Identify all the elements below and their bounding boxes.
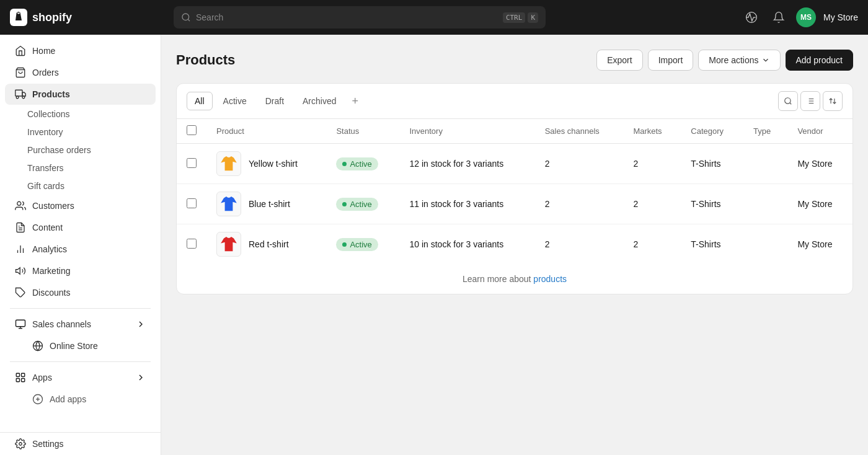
select-all-header <box>177 119 206 144</box>
status-badge: Active <box>336 238 378 251</box>
sidebar-item-collections[interactable]: Collections <box>27 105 156 123</box>
sidebar-label-marketing: Marketing <box>32 266 70 276</box>
discounts-icon <box>15 287 26 298</box>
bell-icon <box>773 11 785 24</box>
badge-dot <box>342 162 347 166</box>
col-product: Product <box>206 119 326 144</box>
plus-circle-icon <box>32 394 43 405</box>
nav-icons: MS My Store <box>742 7 858 27</box>
footer-text: Learn more about <box>463 274 533 284</box>
sort-button[interactable] <box>823 91 843 111</box>
sales-channels-icon <box>15 319 26 330</box>
svg-rect-22 <box>22 379 25 382</box>
sidebar-item-settings[interactable]: Settings <box>5 433 156 454</box>
search-input[interactable] <box>196 12 498 22</box>
sidebar-label-sales-channels: Sales channels <box>32 319 136 329</box>
sidebar-item-analytics[interactable]: Analytics <box>5 239 156 260</box>
notification-icon-button[interactable] <box>769 7 789 27</box>
sidebar-label-analytics: Analytics <box>32 244 67 254</box>
tab-add-button[interactable]: + <box>347 92 364 110</box>
product-thumbnail <box>216 151 241 176</box>
sidebar-item-gift-cards[interactable]: Gift cards <box>27 177 156 195</box>
sidebar-item-online-store[interactable]: Online Store <box>5 335 156 356</box>
col-markets: Markets <box>623 119 681 144</box>
sidebar-item-orders[interactable]: Orders <box>5 62 156 83</box>
tab-all[interactable]: All <box>187 92 213 110</box>
search-filter-button[interactable] <box>778 91 798 111</box>
filter-button[interactable] <box>800 91 820 111</box>
add-product-button[interactable]: Add product <box>786 50 854 71</box>
table-footer: Learn more about products <box>177 264 852 294</box>
page-title: Products <box>176 52 596 68</box>
sidebar-item-sales-channels[interactable]: Sales channels <box>5 314 156 335</box>
page-header: Products Export Import More actions Add … <box>176 50 853 71</box>
k-key: K <box>528 12 538 23</box>
tab-archived[interactable]: Archived <box>294 92 344 110</box>
row-markets-cell: 2 <box>623 144 681 184</box>
row-checkbox-2[interactable] <box>187 239 197 249</box>
avatar[interactable]: MS <box>796 7 816 27</box>
activity-icon-button[interactable] <box>742 7 761 27</box>
row-status-cell: Active <box>326 144 399 184</box>
row-inventory-cell: 11 in stock for 3 variants <box>399 184 534 224</box>
chevron-right-apps-icon <box>136 373 146 382</box>
sidebar-item-products[interactable]: Products <box>5 84 156 105</box>
sidebar-label-apps: Apps <box>32 373 136 382</box>
row-sales-channels-cell: 2 <box>535 224 624 265</box>
logo[interactable]: shopify <box>10 9 72 26</box>
row-checkbox-cell <box>177 224 206 265</box>
products-tabs: All Active Draft Archived + <box>177 84 852 119</box>
svg-point-26 <box>19 443 22 446</box>
row-checkbox-cell <box>177 184 206 224</box>
sidebar-item-transfers[interactable]: Transfers <box>27 159 156 177</box>
sidebar-item-purchase-orders[interactable]: Purchase orders <box>27 141 156 159</box>
sidebar-label-add-apps: Add apps <box>50 394 86 404</box>
sidebar-item-customers[interactable]: Customers <box>5 195 156 216</box>
more-actions-button[interactable]: More actions <box>698 50 780 71</box>
row-type-cell <box>743 224 787 265</box>
row-status-cell: Active <box>326 224 399 265</box>
apps-icon <box>15 372 26 383</box>
footer-link[interactable]: products <box>533 274 567 284</box>
header-actions: Export Import More actions Add product <box>596 50 853 71</box>
row-checkbox-0[interactable] <box>187 158 197 168</box>
row-vendor-cell: My Store <box>787 184 852 224</box>
sidebar-item-add-apps[interactable]: Add apps <box>5 389 156 410</box>
svg-point-27 <box>785 98 790 104</box>
sidebar-item-apps[interactable]: Apps <box>5 367 156 388</box>
sidebar-item-marketing[interactable]: Marketing <box>5 260 156 281</box>
products-icon <box>15 89 26 100</box>
row-product-cell: Red t-shirt <box>206 224 326 265</box>
select-all-checkbox[interactable] <box>187 125 197 135</box>
sidebar-item-home[interactable]: Home <box>5 40 156 61</box>
badge-dot <box>342 242 347 247</box>
sidebar-label-home: Home <box>32 46 55 56</box>
avatar-initials: MS <box>800 13 812 22</box>
sidebar-divider-2 <box>10 361 151 362</box>
analytics-icon <box>15 244 26 255</box>
row-checkbox-1[interactable] <box>187 198 197 208</box>
row-status-cell: Active <box>326 184 399 224</box>
sidebar-item-content[interactable]: Content <box>5 217 156 238</box>
row-markets-cell: 2 <box>623 224 681 265</box>
ctrl-key: CTRL <box>503 12 526 23</box>
export-button[interactable]: Export <box>596 50 642 71</box>
store-name[interactable]: My Store <box>823 12 858 22</box>
row-type-cell <box>743 144 787 184</box>
table-row[interactable]: Yellow t-shirt Active 12 in stock for 3 … <box>177 144 852 184</box>
sidebar-divider-1 <box>10 308 151 309</box>
import-button[interactable]: Import <box>648 50 694 71</box>
sidebar-item-inventory[interactable]: Inventory <box>27 123 156 141</box>
logo-text: shopify <box>32 11 72 24</box>
status-badge: Active <box>336 157 378 170</box>
sidebar-item-discounts[interactable]: Discounts <box>5 282 156 303</box>
tab-draft[interactable]: Draft <box>257 92 292 110</box>
tab-active[interactable]: Active <box>215 92 255 110</box>
table-row[interactable]: Red t-shirt Active 10 in stock for 3 var… <box>177 224 852 265</box>
sidebar: Home Orders Products Collections Invento… <box>0 35 161 455</box>
row-checkbox-cell <box>177 144 206 184</box>
table-row[interactable]: Blue t-shirt Active 11 in stock for 3 va… <box>177 184 852 224</box>
keyboard-hint: CTRL K <box>503 12 538 23</box>
svg-point-0 <box>182 14 189 20</box>
row-vendor-cell: My Store <box>787 224 852 265</box>
